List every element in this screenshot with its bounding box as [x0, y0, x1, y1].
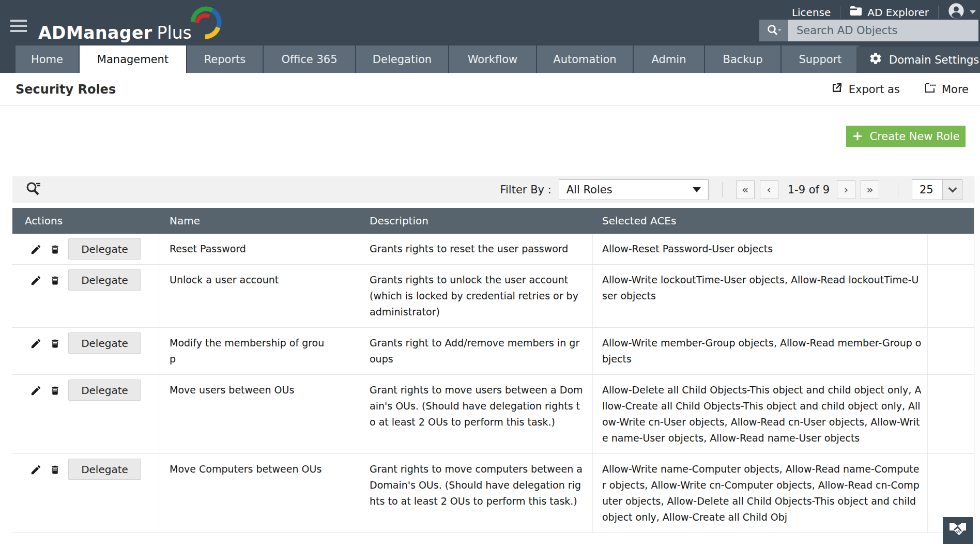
plus-icon: +: [852, 128, 863, 143]
gear-icon: [869, 52, 882, 68]
edit-icon[interactable]: [30, 464, 42, 476]
more-button[interactable]: More: [924, 82, 969, 97]
filter-roles-dropdown[interactable]: All Roles: [559, 179, 709, 200]
table-row: Delegate Modify the membership of group …: [12, 328, 974, 375]
pager-last-button[interactable]: »: [861, 180, 879, 199]
page-title-bar: Security Roles Export as More: [0, 73, 980, 106]
delegate-button[interactable]: Delegate: [68, 380, 141, 401]
table-filter-bar: Filter By : All Roles « ‹ 1-9 of 9 › » 2…: [12, 176, 974, 203]
empty-cell: [928, 234, 974, 264]
ad-explorer-label: AD Explorer: [867, 6, 929, 19]
role-aces: Allow-Write lockoutTime-User objects, Al…: [593, 265, 928, 327]
license-link[interactable]: License: [792, 6, 831, 19]
support-handshake-button[interactable]: [943, 517, 973, 544]
security-roles-table: Actions Name Description Selected ACEs D…: [12, 208, 974, 533]
user-avatar-icon: [948, 3, 964, 22]
column-header-name: Name: [160, 215, 360, 227]
delete-icon[interactable]: [50, 385, 60, 397]
toolbar: + Create New Role: [0, 106, 980, 176]
tab-home[interactable]: Home: [16, 46, 79, 73]
role-name: Unlock a user account: [160, 265, 360, 327]
table-header-row: Actions Name Description Selected ACEs: [12, 208, 974, 234]
create-new-role-label: Create New Role: [869, 130, 959, 143]
role-aces: Allow-Write name-Computer objects, Allow…: [593, 454, 928, 533]
tab-delegation[interactable]: Delegation: [356, 46, 448, 73]
vertical-scrollbar[interactable]: [974, 176, 980, 546]
delegate-button[interactable]: Delegate: [68, 332, 141, 354]
pager-first-button[interactable]: «: [736, 180, 755, 199]
domain-settings-button[interactable]: Domain Settings: [856, 47, 980, 73]
tab-office-365[interactable]: Office 365: [264, 46, 355, 73]
app-header: ADManager Plus License AD Explorer: [0, 0, 980, 73]
tab-support[interactable]: Support: [782, 46, 859, 73]
table-row: Delegate Move users between OUs Grant ri…: [12, 375, 974, 454]
table-row: Delegate Unlock a user account Grants ri…: [12, 265, 974, 328]
export-icon: [831, 82, 843, 97]
edit-icon[interactable]: [30, 275, 42, 286]
table-search-icon[interactable]: [25, 180, 41, 199]
export-as-label: Export as: [849, 83, 900, 96]
table-row: Delegate Move Computers between OUs Gran…: [12, 454, 974, 533]
page-size-value: 25: [912, 180, 942, 200]
divider: [898, 182, 898, 198]
role-aces: Allow-Reset Password-User objects: [593, 234, 928, 264]
tab-workflow[interactable]: Workflow: [449, 46, 536, 73]
empty-cell: [928, 265, 974, 327]
empty-cell: [928, 375, 974, 453]
table-row: Delegate Reset Password Grants rights to…: [12, 234, 974, 265]
domain-settings-label: Domain Settings: [889, 54, 979, 66]
tab-management[interactable]: Management: [80, 46, 186, 73]
search-input[interactable]: [788, 20, 978, 41]
column-header-description: Description: [360, 215, 593, 227]
handshake-icon: [947, 521, 968, 540]
role-description: Grants right to Add/remove members in gr…: [360, 328, 593, 374]
ad-explorer-link[interactable]: AD Explorer: [850, 6, 929, 19]
role-aces: Allow-Delete all Child Objects-This obje…: [593, 375, 928, 453]
chevron-down-icon: [693, 187, 701, 192]
page-title: Security Roles: [16, 82, 116, 97]
hamburger-menu-icon[interactable]: [10, 20, 27, 35]
folder-icon: [850, 6, 862, 19]
tab-automation[interactable]: Automation: [537, 46, 633, 73]
create-new-role-button[interactable]: + Create New Role: [846, 126, 966, 147]
filter-selected-value: All Roles: [566, 184, 612, 196]
chevron-down-icon: [942, 180, 962, 200]
divider: [938, 6, 939, 19]
logo-swoosh-icon: [186, 4, 224, 47]
role-name: Move users between OUs: [160, 375, 360, 453]
role-name: Move Computers between OUs: [160, 454, 360, 533]
more-label: More: [942, 83, 969, 96]
role-aces: Allow-Write member-Group objects, Allow-…: [593, 328, 928, 374]
tab-backup[interactable]: Backup: [705, 46, 780, 73]
logo-text-bold: ADManager: [38, 23, 152, 43]
pager-next-button[interactable]: ›: [837, 180, 855, 199]
tab-reports[interactable]: Reports: [187, 46, 263, 73]
delete-icon[interactable]: [50, 275, 60, 286]
delete-icon[interactable]: [50, 244, 60, 255]
delete-icon[interactable]: [50, 338, 60, 350]
column-header-selected-aces: Selected ACEs: [593, 215, 928, 227]
pager-range-text: 1-9 of 9: [788, 184, 830, 196]
search-scope-button[interactable]: [759, 20, 788, 41]
more-icon: [924, 82, 936, 97]
delegate-button[interactable]: Delegate: [68, 459, 141, 480]
user-account-menu[interactable]: [948, 3, 976, 22]
pager-prev-button[interactable]: ‹: [760, 180, 778, 199]
delete-icon[interactable]: [50, 464, 60, 476]
delegate-button[interactable]: Delegate: [68, 269, 141, 291]
column-header-actions: Actions: [12, 215, 160, 227]
edit-icon[interactable]: [30, 338, 42, 350]
chevron-down-icon: [970, 10, 976, 14]
role-description: Grants rights to reset the user password: [360, 234, 593, 264]
export-as-button[interactable]: Export as: [831, 82, 900, 97]
role-description: Grant rights to move computers between a…: [360, 454, 593, 533]
edit-icon[interactable]: [30, 385, 42, 397]
role-name: Modify the membership of group: [160, 328, 360, 374]
global-search: [759, 20, 978, 41]
page-size-select[interactable]: 25: [912, 179, 962, 200]
divider: [722, 182, 723, 198]
delegate-button[interactable]: Delegate: [68, 238, 141, 260]
edit-icon[interactable]: [30, 244, 42, 255]
tab-admin[interactable]: Admin: [634, 46, 704, 73]
main-nav: Home Management Reports Office 365 Deleg…: [16, 46, 859, 73]
